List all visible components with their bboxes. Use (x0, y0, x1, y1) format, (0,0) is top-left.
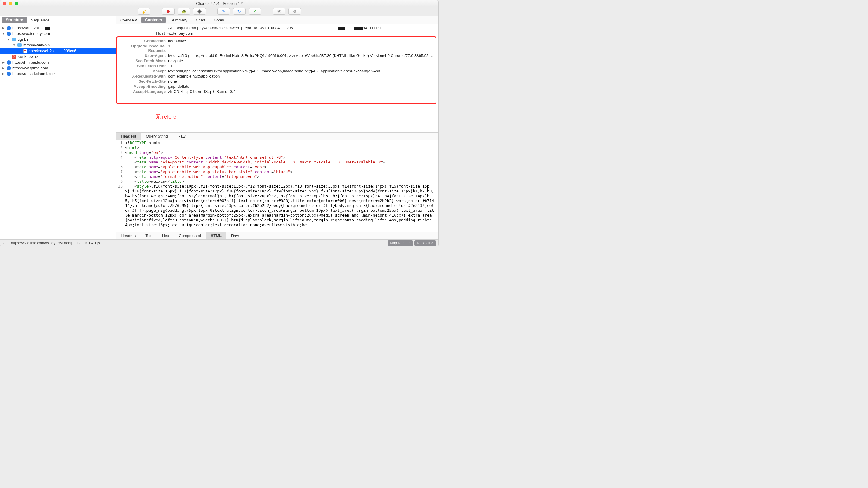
header-row: Accepttext/html,application/xhtml+xml,ap… (117, 68, 435, 74)
header-row: Sec-Fetch-User?1 (117, 63, 435, 68)
request-line-prefix: GET /cgi-bin/mmpayweb-bin/checkmweb?prep… (168, 26, 251, 30)
tree-label: mmpayweb-bin (23, 43, 50, 47)
toolbar-validate-button[interactable]: ✓ (249, 8, 261, 15)
tree-row[interactable]: ▶https://sdft.t.znii... (0, 25, 116, 31)
annotation-text: 无 referer (116, 105, 438, 133)
tab-chart[interactable]: Chart (191, 16, 210, 24)
header-value: 1 (168, 44, 435, 53)
tree-label: checkmweb?p.........096ca6 (29, 49, 76, 53)
tab-notes[interactable]: Notes (210, 16, 228, 24)
map-remote-badge[interactable]: Map Remote (388, 240, 413, 246)
window-title: Charles 4.1.4 - Session 1 * (0, 1, 438, 6)
tree-label: https://api.ad.xiaomi.com (12, 71, 56, 76)
header-row: Connectionkeep-alive (117, 38, 435, 44)
response-subtabs: HeadersTextHexCompressedHTMLRaw (116, 232, 438, 239)
resp-subtab-raw[interactable]: Raw (226, 232, 244, 239)
req-subtab-query-string[interactable]: Query String (141, 133, 173, 140)
response-body-area[interactable]: 12345678910 <!DOCTYPE html><html><head l… (116, 140, 438, 232)
header-value: com.example.h5x5application (168, 74, 435, 79)
header-value: navigate (168, 58, 435, 63)
tree-label: https://hm.baidu.com (12, 60, 49, 64)
toolbar-broom-button[interactable] (138, 8, 150, 15)
tree-row[interactable]: ▶https://wx.gtimg.com (0, 65, 116, 71)
tab-structure[interactable]: Structure (2, 17, 27, 23)
header-value: text/html,application/xhtml+xml,applicat… (168, 69, 435, 73)
header-name: User-Agent (117, 53, 168, 58)
pencil-icon: ✎ (222, 9, 225, 13)
folder-icon (12, 37, 17, 42)
request-line: GET /cgi-bin/mmpayweb-bin/checkmweb?prep… (116, 24, 438, 31)
toolbar-refresh-button[interactable]: ↻ (233, 8, 246, 15)
main-panel: OverviewContentsSummaryChartNotes GET /c… (116, 16, 438, 239)
req-subtab-headers[interactable]: Headers (116, 133, 141, 140)
req-subtab-raw[interactable]: Raw (173, 133, 190, 140)
toolbar: 🐢 ✎ ↻ ✓ 🛠 ⚙ (0, 7, 438, 16)
toolbar-throttle-button[interactable]: 🐢 (178, 8, 190, 15)
resp-subtab-html[interactable]: HTML (206, 232, 226, 239)
toolbar-settings-button[interactable]: ⚙ (288, 8, 301, 15)
document-icon (23, 49, 27, 53)
turtle-icon: 🐢 (181, 9, 186, 13)
header-row: User-AgentMozilla/5.0 (Linux; Android 9;… (117, 53, 435, 58)
gear-icon: ⚙ (293, 9, 297, 13)
headers-area: GET /cgi-bin/mmpayweb-bin/checkmweb?prep… (116, 24, 438, 133)
tree-label: https://wx.tenpay.com (12, 31, 50, 36)
tab-contents[interactable]: Contents (141, 17, 165, 23)
sidebar: Structure Sequence ▶https://sdft.t.znii.… (0, 16, 116, 239)
tab-summary[interactable]: Summary (166, 16, 192, 24)
toolbar-record-button[interactable] (162, 8, 175, 15)
header-value: zh-CN,zh;q=0.9,en-US;q=0.8,en;q=0.7 (168, 89, 435, 94)
header-name: Host (116, 31, 167, 36)
error-icon: ✕ (12, 54, 17, 59)
wrench-icon: 🛠 (277, 9, 281, 13)
header-row: X-Requested-Withcom.example.h5x5applicat… (117, 74, 435, 79)
header-name: Sec-Fetch-User (117, 64, 168, 68)
recording-badge[interactable]: Recording (414, 240, 436, 246)
resp-subtab-compressed[interactable]: Compressed (174, 232, 206, 239)
toolbar-edit-button[interactable]: ✎ (217, 8, 230, 15)
header-row: Accept-Encodinggzip, deflate (117, 84, 435, 89)
titlebar: Charles 4.1.4 - Session 1 * (0, 0, 438, 7)
tree-row[interactable]: checkmweb?p.........096ca6 (0, 48, 116, 54)
header-value: Mozilla/5.0 (Linux; Android 9; Redmi Not… (168, 53, 435, 58)
header-row: Sec-Fetch-Modenavigate (117, 58, 435, 63)
tree-row[interactable]: ▼cgi-bin (0, 36, 116, 42)
disclosure-triangle[interactable]: ▶ (1, 72, 5, 76)
tab-overview[interactable]: Overview (116, 16, 141, 24)
disclosure-triangle[interactable]: ▶ (1, 61, 5, 64)
header-name: Sec-Fetch-Site (117, 79, 168, 84)
tree-row[interactable]: ▼mmpayweb-bin (0, 42, 116, 48)
toolbar-tools-button[interactable]: 🛠 (273, 8, 285, 15)
refresh-icon: ↻ (238, 9, 241, 13)
tree-label: https://sdft.t.znii... (12, 26, 43, 30)
toolbar-breakpoint-button[interactable] (193, 8, 206, 15)
html-source: <!DOCTYPE html><html><head lang="en"> <m… (125, 141, 438, 231)
resp-subtab-text[interactable]: Text (141, 232, 157, 239)
request-line-suffix: 84 HTTP/1.1 (363, 26, 385, 30)
tree-label: <unknown> (18, 54, 38, 59)
check-icon: ✓ (253, 9, 256, 13)
header-name: Upgrade-Insecure-Requests (117, 44, 168, 53)
tree-row[interactable]: ▶https://api.ad.xiaomi.com (0, 71, 116, 77)
line-gutter: 12345678910 (116, 141, 125, 231)
globe-icon (6, 71, 11, 76)
tab-sequence[interactable]: Sequence (27, 16, 54, 24)
header-value: none (168, 79, 435, 84)
disclosure-triangle[interactable]: ▼ (7, 38, 10, 41)
resp-subtab-headers[interactable]: Headers (116, 232, 141, 239)
header-name: Accept-Encoding (117, 84, 168, 89)
disclosure-triangle[interactable]: ▼ (12, 44, 16, 47)
header-row: Upgrade-Insecure-Requests1 (117, 44, 435, 53)
disclosure-triangle[interactable]: ▶ (1, 26, 5, 30)
tree-label: cgi-bin (18, 37, 29, 41)
app-window: Charles 4.1.4 - Session 1 * 🐢 ✎ ↻ ✓ 🛠 ⚙ … (0, 0, 438, 247)
annotation-box: Connectionkeep-aliveUpgrade-Insecure-Req… (116, 36, 436, 104)
tree-row[interactable]: ▼https://wx.tenpay.com (0, 31, 116, 36)
header-value: gzip, deflate (168, 84, 435, 89)
resp-subtab-hex[interactable]: Hex (157, 232, 174, 239)
tree-row[interactable]: ▶https://hm.baidu.com (0, 59, 116, 65)
tree-row[interactable]: ✕<unknown> (0, 54, 116, 59)
disclosure-triangle[interactable]: ▼ (1, 32, 5, 35)
host-tree[interactable]: ▶https://sdft.t.znii...▼https://wx.tenpa… (0, 24, 116, 239)
disclosure-triangle[interactable]: ▶ (1, 66, 5, 70)
